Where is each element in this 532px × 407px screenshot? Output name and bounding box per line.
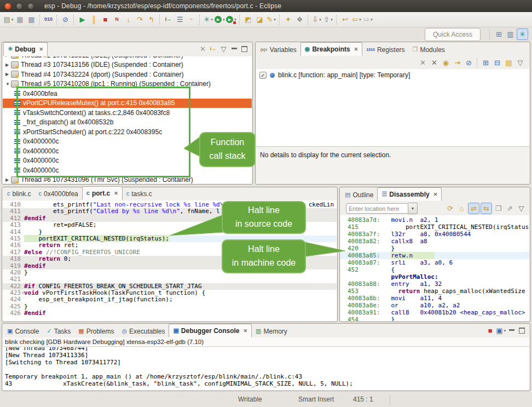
run-button[interactable]: ▶▾: [215, 14, 225, 25]
tab-blink-c[interactable]: cblink.c: [3, 187, 35, 200]
tab-console[interactable]: ▣Console: [3, 325, 43, 337]
show-breakpoints-for-selection-button[interactable]: ⇥: [452, 58, 462, 68]
resume-button[interactable]: ▶: [77, 14, 88, 25]
remove-selected-breakpoints-button[interactable]: ✕: [418, 58, 428, 68]
minimize-button[interactable]: [229, 44, 239, 54]
tab-port-c[interactable]: cport.c✕: [82, 186, 123, 200]
tab-executables[interactable]: ◎Executables: [118, 325, 169, 337]
remove-all-breakpoints-button[interactable]: ✕: [429, 58, 440, 68]
save-button[interactable]: ▦: [15, 14, 25, 25]
tab-registers[interactable]: 1010Registers: [362, 43, 408, 56]
terminate-console-button[interactable]: ■: [485, 326, 495, 335]
forward-button[interactable]: ⇨▾: [363, 14, 373, 25]
run-external-tools-button[interactable]: ▶▾: [226, 14, 236, 25]
expand-arrow-icon[interactable]: ▶: [5, 177, 11, 182]
tab-debugger-console[interactable]: ▣Debugger Console✕: [169, 324, 252, 337]
remove-all-terminated-button[interactable]: ✕: [198, 44, 207, 54]
location-dropdown-button[interactable]: ▼: [408, 203, 418, 214]
group-by-button[interactable]: ▤: [504, 58, 514, 68]
tab-modules[interactable]: ❒Modules: [409, 43, 449, 56]
external-search-button[interactable]: ❖: [294, 14, 305, 25]
dropdown-arrow-icon[interactable]: ▾: [359, 18, 361, 22]
view-menu-button[interactable]: ▽: [515, 58, 525, 68]
tab-tasks-c[interactable]: ctasks.c: [123, 187, 156, 200]
open-type-button[interactable]: ◩: [243, 14, 253, 25]
tab-breakpoints[interactable]: ◉Breakpoints✕: [300, 42, 363, 56]
tab-problems[interactable]: ▦Problems: [74, 325, 118, 337]
show-source-button[interactable]: ☰: [175, 14, 185, 25]
cpp-perspective-button[interactable]: ▥: [505, 29, 516, 39]
instruction-stepping-mode-button[interactable]: i→: [209, 44, 218, 54]
breakpoint-checkbox[interactable]: ✓: [259, 72, 267, 79]
view-menu-button[interactable]: ▽: [219, 44, 228, 54]
step-into-button[interactable]: ↓: [123, 14, 134, 25]
disassembly-listing[interactable]: ➜ 40083a7d: movi.n a2, 1415 portEXIT_CRI…: [340, 215, 529, 321]
location-input[interactable]: [346, 203, 408, 214]
step-over-button[interactable]: ↷: [135, 14, 145, 25]
window-close-button[interactable]: [4, 3, 11, 10]
tab-close-icon[interactable]: ✕: [354, 47, 358, 52]
expand-arrow-icon[interactable]: ▶: [5, 56, 11, 58]
step-return-button[interactable]: ↰: [146, 14, 157, 25]
tab-disassembly[interactable]: ☰Disassembly✕: [377, 187, 442, 201]
window-minimize-button[interactable]: [16, 3, 23, 10]
console-output[interactable]: [New Thread 1073468744][New Thread 10734…: [3, 347, 529, 390]
collapse-arrow-icon[interactable]: ▼: [5, 82, 11, 87]
dropdown-arrow-icon[interactable]: ▾: [211, 18, 213, 22]
terminate-button[interactable]: ■: [100, 14, 111, 25]
window-maximize-button[interactable]: [27, 3, 34, 10]
last-edit-location-button[interactable]: ↩: [340, 14, 350, 25]
dropdown-arrow-icon[interactable]: ▾: [331, 18, 333, 22]
view-menu-button[interactable]: ▽: [516, 203, 527, 214]
tab-memory[interactable]: ▥Memory: [252, 325, 291, 337]
skip-all-breakpoints-button[interactable]: ⊘: [464, 58, 474, 68]
dropdown-arrow-icon[interactable]: ▾: [274, 18, 276, 22]
breakpoints-list[interactable]: ✓ blink.c [function: app_main] [type: Te…: [256, 69, 529, 146]
tab-close-icon[interactable]: ✕: [39, 47, 44, 52]
expand-arrow-icon[interactable]: ▶: [5, 72, 11, 77]
open-perspective-button[interactable]: ⊞: [494, 29, 504, 39]
dropdown-arrow-icon[interactable]: ▾: [223, 18, 225, 22]
new-view-button[interactable]: ❒: [493, 203, 504, 214]
quick-access-button[interactable]: Quick Access: [425, 28, 481, 41]
dropdown-arrow-icon[interactable]: ▾: [371, 18, 373, 22]
new-wizard-button[interactable]: ▤▾: [3, 14, 14, 25]
mark-occurrences-button[interactable]: ✎▾: [266, 14, 276, 25]
suspend-button[interactable]: ║: [89, 14, 99, 25]
previous-annotation-button[interactable]: ⇧▾: [323, 14, 333, 25]
instruction-stepping-button[interactable]: i→: [163, 14, 174, 25]
sync-with-active-context-button[interactable]: ⇄: [468, 203, 479, 214]
breakpoint-row[interactable]: ✓ blink.c [function: app_main] [type: Te…: [256, 69, 529, 79]
minimize-button[interactable]: [507, 326, 516, 335]
tab-close-icon[interactable]: ✕: [114, 191, 118, 196]
expand-all-button[interactable]: ⊞: [481, 58, 491, 68]
tab-variables[interactable]: (x)=Variables: [257, 43, 300, 56]
display-selected-console-button[interactable]: ▣▾: [496, 326, 506, 335]
debug-thread-row[interactable]: ▶Thread #4 1073432224 (dport) (Suspended…: [3, 70, 252, 79]
refresh-button[interactable]: ⟳: [445, 203, 455, 214]
collapse-all-button[interactable]: ⊟: [492, 58, 502, 68]
open-new-view-button[interactable]: ⇗: [505, 203, 515, 214]
dropdown-arrow-icon[interactable]: ▾: [504, 329, 506, 333]
tab-tasks[interactable]: ✓Tasks: [43, 325, 74, 337]
tab-close-icon[interactable]: ✕: [244, 328, 248, 334]
search-button[interactable]: ✦: [283, 14, 293, 25]
binary-file-button[interactable]: 010: [43, 14, 54, 25]
drop-to-frame-button[interactable]: ~: [186, 14, 196, 25]
tab-0x4000bfea[interactable]: c0x4000bfea: [35, 187, 82, 200]
expand-arrow-icon[interactable]: ▶: [5, 62, 11, 67]
tab-close-icon[interactable]: ✕: [433, 192, 438, 197]
debug-thread-row[interactable]: ▶Thread #3 1073413156 (IDLE) (Suspended …: [3, 60, 252, 70]
dropdown-arrow-icon[interactable]: ▾: [319, 18, 321, 22]
next-annotation-button[interactable]: ⇩▾: [311, 14, 322, 25]
back-button[interactable]: ⇦▾: [351, 14, 362, 25]
debug-perspective-button[interactable]: ✳: [517, 28, 528, 40]
maximize-button[interactable]: [517, 326, 527, 335]
debug-button[interactable]: ✳▾: [203, 14, 213, 25]
open-resource-button[interactable]: ◪: [255, 14, 265, 25]
skip-all-breakpoints-button[interactable]: ⊘: [60, 14, 71, 25]
track-expression-button[interactable]: ⇆: [481, 203, 492, 214]
dropdown-arrow-icon[interactable]: ▾: [11, 18, 14, 22]
disconnect-button[interactable]: N: [112, 14, 122, 25]
tab-debug[interactable]: ✳ Debug ✕: [3, 42, 48, 56]
